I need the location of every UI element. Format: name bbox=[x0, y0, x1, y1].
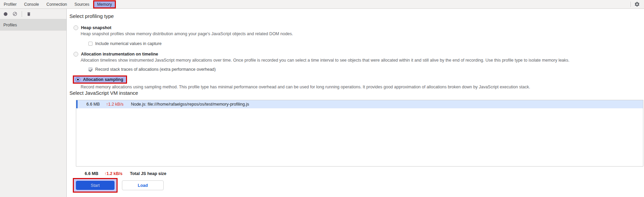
radio-allocation-sampling[interactable]: Allocation sampling bbox=[73, 75, 644, 84]
tab-bar: Profiler Console Connection Sources Memo… bbox=[0, 0, 644, 9]
radio-icon[interactable] bbox=[76, 77, 80, 82]
total-label: Total JS heap size bbox=[130, 171, 166, 176]
checkbox-label[interactable]: Record stack traces of allocations (extr… bbox=[95, 67, 216, 72]
tab-strip: Profiler Console Connection Sources Memo… bbox=[0, 0, 116, 8]
tabbar-divider bbox=[630, 2, 631, 7]
total-heap-size: 6.6 MB bbox=[85, 171, 102, 176]
load-button[interactable]: Load bbox=[122, 180, 164, 190]
radio-icon[interactable] bbox=[74, 52, 78, 57]
profiles-list-empty bbox=[0, 31, 66, 197]
vm-instance-heading: Select JavaScript VM instance bbox=[69, 90, 644, 96]
vm-allocation-rate: ↑1.2 kB/s bbox=[106, 102, 123, 107]
toolbar-divider bbox=[22, 11, 22, 17]
tab-sources[interactable]: Sources bbox=[71, 0, 93, 8]
annotation-box: Start bbox=[73, 178, 118, 193]
annotation-box: Allocation sampling bbox=[73, 75, 127, 84]
vm-total-row: 6.6 MB ↑1.2 kB/s Total JS heap size bbox=[85, 171, 644, 176]
checkbox-icon[interactable] bbox=[88, 42, 92, 46]
tab-memory[interactable]: Memory bbox=[93, 0, 116, 8]
vm-instance-list: 6.6 MB ↑1.2 kB/s Node.js: file:///home/r… bbox=[76, 100, 643, 167]
action-buttons: Start Load bbox=[73, 178, 644, 193]
checkbox-label[interactable]: Include numerical values in capture bbox=[95, 41, 162, 46]
tab-connection[interactable]: Connection bbox=[43, 0, 71, 8]
radio-label[interactable]: Heap snapshot bbox=[81, 25, 111, 30]
tab-console[interactable]: Console bbox=[20, 0, 43, 8]
gear-icon[interactable] bbox=[634, 1, 640, 7]
vm-instance-name: Node.js: file:///home/rafaelgss/repos/os… bbox=[131, 102, 249, 107]
total-allocation-rate: ↑1.2 kB/s bbox=[104, 171, 123, 176]
allocation-timeline-description: Allocation timelines show instrumented J… bbox=[81, 58, 644, 63]
heap-snapshot-description: Heap snapshot profiles show memory distr… bbox=[81, 31, 644, 37]
profiles-header[interactable]: Profiles bbox=[0, 19, 66, 31]
checkbox-icon[interactable] bbox=[88, 67, 92, 71]
memory-panel: Select profiling type Heap snapshot Heap… bbox=[67, 9, 644, 197]
devtools-window: Profiler Console Connection Sources Memo… bbox=[0, 0, 644, 197]
radio-allocation-timeline[interactable]: Allocation instrumentation on timeline bbox=[74, 52, 644, 57]
tab-profiler[interactable]: Profiler bbox=[0, 0, 20, 8]
profiling-type-heading: Select profiling type bbox=[69, 13, 644, 20]
radio-label[interactable]: Allocation sampling bbox=[83, 77, 123, 82]
start-button[interactable]: Start bbox=[76, 181, 115, 190]
allocation-sampling-description: Record memory allocations using sampling… bbox=[81, 85, 644, 90]
radio-label[interactable]: Allocation instrumentation on timeline bbox=[81, 52, 158, 57]
radio-heap-snapshot[interactable]: Heap snapshot bbox=[74, 25, 644, 30]
tabbar-right bbox=[630, 1, 644, 7]
profiler-toolbar bbox=[0, 9, 66, 19]
record-icon[interactable] bbox=[3, 12, 8, 16]
vm-heap-size: 6.6 MB bbox=[86, 102, 103, 107]
trash-icon[interactable] bbox=[26, 12, 31, 17]
vm-instance-row[interactable]: 6.6 MB ↑1.2 kB/s Node.js: file:///home/r… bbox=[76, 100, 643, 108]
clear-icon[interactable] bbox=[13, 12, 17, 16]
checkbox-include-numerical-values[interactable]: Include numerical values in capture bbox=[88, 41, 644, 46]
sidebar: Profiles bbox=[0, 9, 67, 197]
checkbox-record-stack-traces[interactable]: Record stack traces of allocations (extr… bbox=[88, 67, 644, 72]
radio-icon[interactable] bbox=[74, 25, 78, 30]
